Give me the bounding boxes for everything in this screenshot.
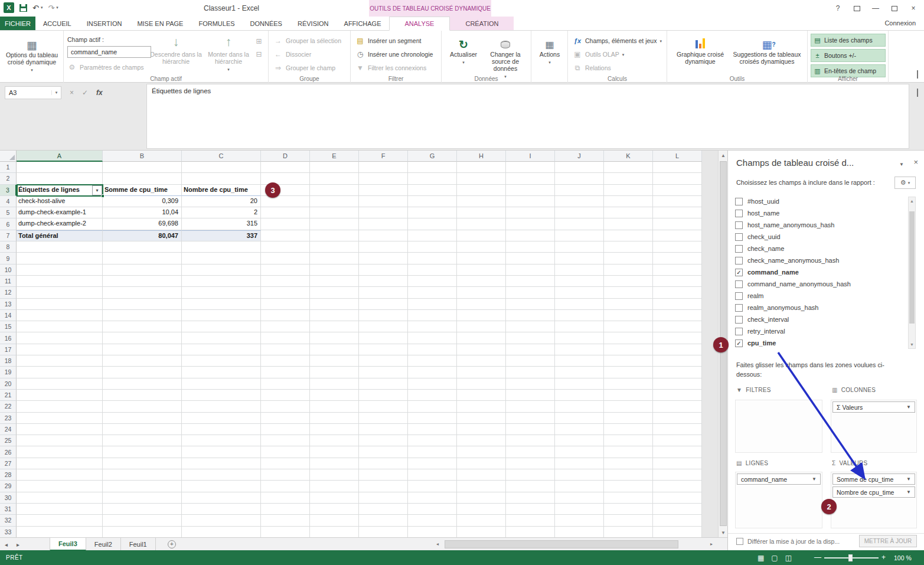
cell-A30[interactable] bbox=[17, 492, 103, 504]
cell-I10[interactable] bbox=[506, 264, 555, 276]
cell-E31[interactable] bbox=[310, 504, 359, 515]
cell-H21[interactable] bbox=[457, 390, 506, 401]
horizontal-scrollbar[interactable]: ◂ ▸ bbox=[435, 540, 717, 549]
row-header-28[interactable]: 28 bbox=[0, 469, 17, 481]
cell-B17[interactable] bbox=[103, 344, 182, 355]
chevron-down-icon[interactable]: ▾ bbox=[41, 5, 43, 10]
cell-C2[interactable] bbox=[182, 173, 261, 184]
cell-A18[interactable] bbox=[17, 355, 103, 367]
field-item-check_name[interactable]: check_name bbox=[733, 243, 907, 254]
cell-A12[interactable] bbox=[17, 287, 103, 298]
cell-A11[interactable] bbox=[17, 276, 103, 287]
column-header-C[interactable]: C bbox=[182, 151, 261, 162]
field-item-retry_interval[interactable]: retry_interval bbox=[733, 325, 907, 337]
group-selection-button[interactable]: → Grouper la sélection bbox=[273, 35, 341, 47]
cell-F23[interactable] bbox=[359, 413, 408, 424]
cell-H24[interactable] bbox=[457, 424, 506, 435]
cell-G31[interactable] bbox=[408, 504, 457, 515]
actions-button[interactable]: ▦ Actions ▾ bbox=[534, 31, 566, 66]
cell-J2[interactable] bbox=[555, 173, 604, 184]
cell-K20[interactable] bbox=[604, 378, 653, 390]
cell-L6[interactable] bbox=[653, 218, 702, 230]
cell-E4[interactable] bbox=[310, 196, 359, 207]
active-field-input[interactable] bbox=[67, 46, 151, 58]
cell-E13[interactable] bbox=[310, 299, 359, 310]
cell-F10[interactable] bbox=[359, 264, 408, 276]
refresh-button[interactable]: ↻ Actualiser ▾ bbox=[446, 31, 481, 66]
cell-E16[interactable] bbox=[310, 332, 359, 344]
cell-B9[interactable] bbox=[103, 253, 182, 264]
sheet-tab-feuil1[interactable]: Feuil1 bbox=[121, 538, 156, 551]
row-header-30[interactable]: 30 bbox=[0, 492, 17, 504]
column-header-G[interactable]: G bbox=[408, 151, 457, 162]
cell-K10[interactable] bbox=[604, 264, 653, 276]
cell-E9[interactable] bbox=[310, 253, 359, 264]
cell-K8[interactable] bbox=[604, 241, 653, 253]
ribbon-display-options-button[interactable] bbox=[848, 2, 865, 15]
cell-F17[interactable] bbox=[359, 344, 408, 355]
cell-G26[interactable] bbox=[408, 446, 457, 458]
cell-H3[interactable] bbox=[457, 185, 506, 196]
cell-E21[interactable] bbox=[310, 390, 359, 401]
cell-B13[interactable] bbox=[103, 299, 182, 310]
cell-B16[interactable] bbox=[103, 332, 182, 344]
cell-J24[interactable] bbox=[555, 424, 604, 435]
cell-B1[interactable] bbox=[103, 162, 182, 173]
cell-C23[interactable] bbox=[182, 413, 261, 424]
tab-formules[interactable]: FORMULES bbox=[191, 17, 242, 30]
checkbox[interactable] bbox=[735, 292, 743, 300]
zone-item-somme-cpu-time[interactable]: Somme de cpu_time ▼ bbox=[832, 473, 915, 485]
cell-K1[interactable] bbox=[604, 162, 653, 173]
cell-H29[interactable] bbox=[457, 481, 506, 492]
cell-J20[interactable] bbox=[555, 378, 604, 390]
cell-L8[interactable] bbox=[653, 241, 702, 253]
column-header-A[interactable]: A bbox=[17, 151, 103, 162]
cell-H1[interactable] bbox=[457, 162, 506, 173]
scrollbar-thumb[interactable] bbox=[909, 211, 915, 324]
scroll-up-icon[interactable]: ▲ bbox=[719, 151, 728, 160]
cell-A21[interactable] bbox=[17, 390, 103, 401]
tab-insertion[interactable]: INSERTION bbox=[79, 17, 130, 30]
cell-A31[interactable] bbox=[17, 504, 103, 515]
cell-B2[interactable] bbox=[103, 173, 182, 184]
cell-B18[interactable] bbox=[103, 355, 182, 367]
cell-C28[interactable] bbox=[182, 469, 261, 481]
cell-L13[interactable] bbox=[653, 299, 702, 310]
cell-E28[interactable] bbox=[310, 469, 359, 481]
field-list-toggle[interactable]: ▤ Liste des champs bbox=[811, 34, 886, 47]
recommended-pivottables-button[interactable]: ▦? Suggestions de tableaux croisés dynam… bbox=[730, 31, 804, 65]
cell-D19[interactable] bbox=[261, 367, 310, 378]
cell-C29[interactable] bbox=[182, 481, 261, 492]
new-sheet-button[interactable]: + bbox=[168, 540, 176, 548]
cell-K11[interactable] bbox=[604, 276, 653, 287]
checkbox[interactable] bbox=[735, 304, 743, 312]
cell-C13[interactable] bbox=[182, 299, 261, 310]
cell-A10[interactable] bbox=[17, 264, 103, 276]
cell-C6[interactable]: 315 bbox=[182, 218, 261, 230]
cell-C5[interactable]: 2 bbox=[182, 207, 261, 218]
row-header-33[interactable]: 33 bbox=[0, 527, 17, 538]
cell-I15[interactable] bbox=[506, 321, 555, 332]
cell-D18[interactable] bbox=[261, 355, 310, 367]
cell-G3[interactable] bbox=[408, 185, 457, 196]
tab-fichier[interactable]: FICHIER bbox=[0, 17, 35, 30]
collapse-field-button[interactable]: ⊟ bbox=[254, 50, 264, 59]
column-header-F[interactable]: F bbox=[359, 151, 408, 162]
scroll-up-icon[interactable]: ▲ bbox=[909, 197, 915, 205]
field-item-realm[interactable]: realm bbox=[733, 290, 907, 302]
cell-G17[interactable] bbox=[408, 344, 457, 355]
row-header-21[interactable]: 21 bbox=[0, 390, 17, 401]
cell-I27[interactable] bbox=[506, 458, 555, 469]
cell-C14[interactable] bbox=[182, 310, 261, 321]
cell-I8[interactable] bbox=[506, 241, 555, 253]
relationships-button[interactable]: ⧉ Relations bbox=[573, 62, 611, 74]
field-item-command_name_anonymous_hash[interactable]: command_name_anonymous_hash bbox=[733, 278, 907, 290]
cell-H7[interactable] bbox=[457, 230, 506, 241]
row-header-17[interactable]: 17 bbox=[0, 344, 17, 355]
cell-C27[interactable] bbox=[182, 458, 261, 469]
cell-D20[interactable] bbox=[261, 378, 310, 390]
select-all-corner[interactable] bbox=[0, 151, 17, 162]
cell-C25[interactable] bbox=[182, 435, 261, 446]
cell-J26[interactable] bbox=[555, 446, 604, 458]
drill-down-button[interactable]: ↓ Descendre dans la hiérarchie bbox=[150, 31, 202, 65]
